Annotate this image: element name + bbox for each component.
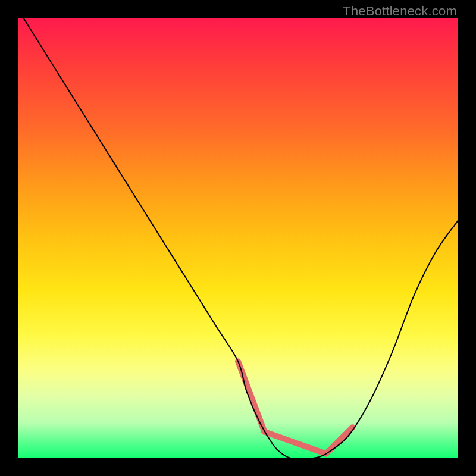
attribution-label: TheBottleneck.com [343,4,457,19]
bottleneck-curve [18,18,458,458]
highlight-segment [326,427,352,453]
chart-frame: TheBottleneck.com [0,0,476,476]
highlight-layer [238,361,352,453]
curve-layer [18,18,458,458]
chart-svg [18,18,458,458]
highlight-segment [264,432,326,454]
